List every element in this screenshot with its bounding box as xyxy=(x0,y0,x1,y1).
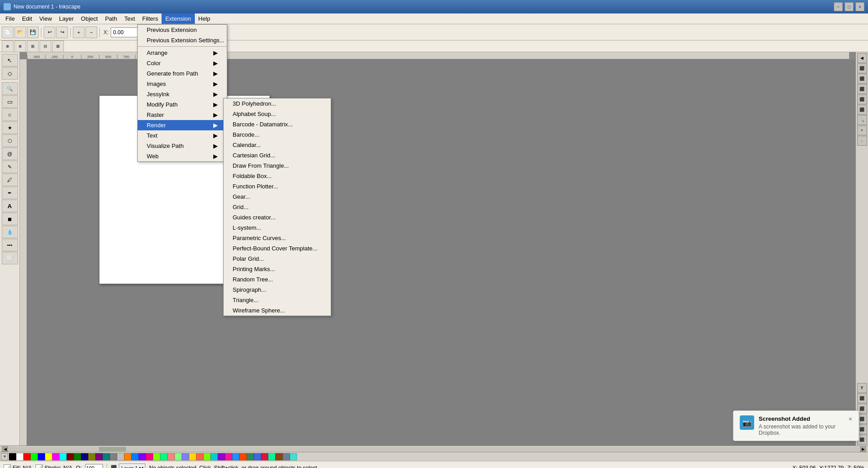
color-swatch[interactable] xyxy=(247,453,254,460)
color-swatch[interactable] xyxy=(45,453,52,460)
render-parametric-curves[interactable]: Parametric Curves... xyxy=(224,233,331,243)
right-btn-4[interactable]: ⬛ xyxy=(857,84,867,94)
color-swatch[interactable] xyxy=(211,453,218,460)
menu-edit[interactable]: Edit xyxy=(18,13,36,24)
color-swatch[interactable] xyxy=(59,453,67,460)
menu-filters[interactable]: Filters xyxy=(139,13,162,24)
open-button[interactable]: 📂 xyxy=(14,27,26,38)
zoom-tool-btn[interactable]: 🔍 xyxy=(2,82,18,95)
zoom-tool-right[interactable]: 🔍 xyxy=(857,115,867,125)
pencil-tool-btn[interactable]: ✎ xyxy=(2,160,18,173)
notification-close-btn[interactable]: × xyxy=(849,415,852,423)
menu-object[interactable]: Object xyxy=(77,13,102,24)
ext-web[interactable]: Web▶ xyxy=(138,151,227,161)
snap-btn-3[interactable]: ⊞ xyxy=(27,40,39,52)
snap-btn-5[interactable]: ⊠ xyxy=(52,40,64,52)
save-button[interactable]: 💾 xyxy=(27,27,39,38)
ext-color[interactable]: Color▶ xyxy=(138,58,227,68)
color-swatch[interactable] xyxy=(275,453,283,460)
redo-button[interactable]: ↪ xyxy=(56,27,68,38)
color-swatch[interactable] xyxy=(146,453,153,460)
color-swatch[interactable] xyxy=(88,453,95,460)
right-btn-1[interactable]: ◀ xyxy=(857,53,867,63)
color-swatch[interactable] xyxy=(196,453,203,460)
h-scrollbar[interactable]: ◀ ▶ xyxy=(0,446,868,452)
color-swatch[interactable] xyxy=(16,453,23,460)
color-swatch[interactable] xyxy=(283,453,290,460)
right-btn-11[interactable]: ⬛ xyxy=(857,393,867,403)
ext-arrange[interactable]: Arrange▶ xyxy=(138,48,227,58)
render-guides-creator[interactable]: Guides creator... xyxy=(224,212,331,223)
color-swatch[interactable] xyxy=(225,453,232,460)
color-swatch[interactable] xyxy=(95,453,103,460)
render-spirograph[interactable]: Spirograph... xyxy=(224,285,331,295)
right-text-btn[interactable]: T xyxy=(857,383,867,393)
zoom-out-button[interactable]: − xyxy=(85,27,97,38)
ext-visualize-path[interactable]: Visualize Path▶ xyxy=(138,141,227,151)
color-swatch[interactable] xyxy=(160,453,167,460)
render-triangle[interactable]: Triangle... xyxy=(224,295,331,305)
spiral-tool-btn[interactable]: @ xyxy=(2,147,18,160)
color-swatch[interactable] xyxy=(131,453,139,460)
render-3d-polyhedron[interactable]: 3D Polyhedron... xyxy=(224,98,331,109)
minimize-button[interactable]: − xyxy=(834,2,843,11)
ext-generate-from-path[interactable]: Generate from Path▶ xyxy=(138,68,227,79)
menu-text[interactable]: Text xyxy=(121,13,139,24)
ext-modify-path[interactable]: Modify Path▶ xyxy=(138,99,227,110)
scroll-left-btn[interactable]: ◀ xyxy=(2,446,8,452)
undo-button[interactable]: ↩ xyxy=(44,27,55,38)
ext-previous[interactable]: Previous Extension xyxy=(138,25,227,35)
color-swatch[interactable] xyxy=(74,453,81,460)
menu-view[interactable]: View xyxy=(36,13,55,24)
text-tool-btn[interactable]: A xyxy=(2,200,18,212)
node-tool-btn[interactable]: ◇ xyxy=(2,67,18,80)
color-swatch[interactable] xyxy=(110,453,117,460)
calligraphy-tool-btn[interactable]: ✒ xyxy=(2,187,18,199)
color-swatch[interactable] xyxy=(254,453,261,460)
color-swatch[interactable] xyxy=(23,453,31,460)
scroll-track[interactable] xyxy=(9,447,859,451)
render-alphabet-soup[interactable]: Alphabet Soup... xyxy=(224,109,331,119)
select-tool-btn[interactable]: ↖ xyxy=(2,54,18,67)
render-l-system[interactable]: L-system... xyxy=(224,223,331,233)
color-swatch[interactable] xyxy=(268,453,275,460)
color-swatch[interactable] xyxy=(103,453,110,460)
color-swatch[interactable] xyxy=(31,453,38,460)
zoom-in-button[interactable]: + xyxy=(73,27,85,38)
menu-extension[interactable]: Extension xyxy=(162,13,194,24)
ext-images[interactable]: Images▶ xyxy=(138,79,227,89)
right-btn-8[interactable]: + xyxy=(857,125,867,135)
maximize-button[interactable]: □ xyxy=(845,2,854,11)
color-swatch[interactable] xyxy=(232,453,239,460)
snap-btn-2[interactable]: ⊗ xyxy=(14,40,26,52)
menu-help[interactable]: Help xyxy=(195,13,214,24)
pen-tool-btn[interactable]: 🖊 xyxy=(2,174,18,186)
3d-tool-btn[interactable]: ⬡ xyxy=(2,134,18,147)
stroke-swatch[interactable] xyxy=(36,464,43,468)
close-button[interactable]: × xyxy=(855,2,864,11)
render-foldable-box[interactable]: Foldable Box... xyxy=(224,171,331,181)
render-wireframe-sphere[interactable]: Wireframe Sphere... xyxy=(224,305,331,316)
color-swatch[interactable] xyxy=(38,453,45,460)
fill-swatch[interactable] xyxy=(4,464,11,468)
opacity-input[interactable] xyxy=(85,464,103,468)
scroll-thumb[interactable] xyxy=(99,447,126,451)
snap-btn-4[interactable]: ⊟ xyxy=(40,40,51,52)
no-color-swatch[interactable]: ✕ xyxy=(1,453,8,460)
color-swatch[interactable] xyxy=(290,453,297,460)
color-swatch[interactable] xyxy=(52,453,59,460)
dropper-tool-btn[interactable]: 💧 xyxy=(2,226,18,238)
render-barcode-datamatrix[interactable]: Barcode - Datamatrix... xyxy=(224,119,331,129)
right-btn-2[interactable]: ⬛ xyxy=(857,63,867,73)
eraser-tool-btn[interactable]: ⬜ xyxy=(2,252,18,264)
menu-layer[interactable]: Layer xyxy=(55,13,77,24)
color-swatch[interactable] xyxy=(182,453,189,460)
color-swatch[interactable] xyxy=(9,453,16,460)
color-swatch[interactable] xyxy=(124,453,131,460)
render-polar-grid[interactable]: Polar Grid... xyxy=(224,254,331,264)
ext-previous-settings[interactable]: Previous Extension Settings... xyxy=(138,35,227,45)
render-random-tree[interactable]: Random Tree... xyxy=(224,274,331,285)
spray-tool-btn[interactable]: ••• xyxy=(2,239,18,251)
color-swatch[interactable] xyxy=(189,453,196,460)
scroll-right-btn[interactable]: ▶ xyxy=(860,446,866,452)
